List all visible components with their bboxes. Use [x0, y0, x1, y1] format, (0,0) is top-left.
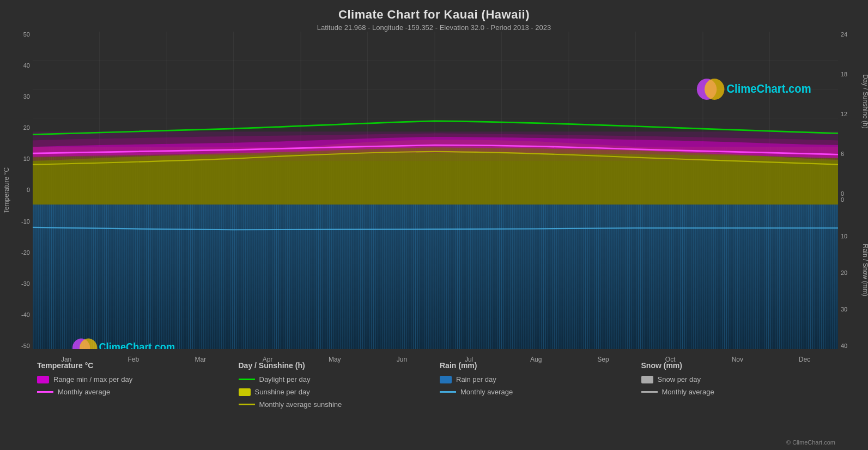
- daylight-line: [239, 379, 255, 380]
- chart-title: Climate Chart for Kauai (Hawaii): [0, 0, 868, 22]
- y-left-m50: -50: [21, 343, 30, 349]
- chart-svg: ClimeChart.com ClimeChart.com: [33, 32, 838, 349]
- y-left-m10: -10: [21, 219, 30, 225]
- chart-area: 50 40 30 20 10 0 -10 -20 -30 -40 -50 24 …: [33, 32, 838, 349]
- y-left-40: 40: [23, 63, 30, 69]
- legend-daylight-label: Daylight per day: [259, 375, 311, 383]
- legend-snow: Snow (mm) Snow per day Monthly average: [637, 355, 839, 450]
- legend-temp-avg: Monthly average: [37, 388, 230, 396]
- legend-snow-day: Snow per day: [641, 375, 834, 383]
- legend-snow-day-label: Snow per day: [658, 375, 701, 383]
- temp-avg-line: [37, 391, 53, 393]
- legend-sunshine-day-label: Sunshine per day: [255, 388, 310, 396]
- legend-temp-title: Temperature °C: [37, 361, 230, 370]
- legend-sunshine-day: Sunshine per day: [239, 388, 432, 396]
- legend-rain: Rain (mm) Rain per day Monthly average: [435, 355, 637, 450]
- page-container: Climate Chart for Kauai (Hawaii) Latitud…: [0, 0, 868, 450]
- y-left-m30: -30: [21, 281, 30, 287]
- legend-temperature: Temperature °C Range min / max per day M…: [33, 355, 234, 450]
- y-axis-left-title: Temperature °C: [3, 167, 10, 213]
- svg-rect-25: [33, 205, 838, 349]
- snow-avg-line: [641, 391, 658, 393]
- legend-rain-avg: Monthly average: [440, 388, 633, 396]
- rain-swatch: [440, 376, 452, 383]
- y-left-m40: -40: [21, 312, 30, 318]
- temp-range-swatch: [37, 376, 49, 383]
- y-left-50: 50: [23, 32, 30, 38]
- legend-temp-range-label: Range min / max per day: [53, 375, 132, 383]
- y-axis-right-title-top: Day / Sunshine (h): [861, 74, 868, 128]
- legend-rain-day: Rain per day: [440, 375, 633, 383]
- legend-rain-avg-label: Monthly average: [460, 388, 513, 396]
- legend-rain-day-label: Rain per day: [456, 375, 496, 383]
- legend-daylight: Daylight per day: [239, 375, 432, 383]
- y-left-20: 20: [23, 125, 30, 131]
- y-left-0: 0: [27, 187, 30, 193]
- chart-subtitle: Latitude 21.968 - Longitude -159.352 - E…: [0, 23, 868, 32]
- svg-point-30: [705, 79, 724, 100]
- copyright: © ClimeChart.com: [786, 439, 835, 446]
- legend-sunshine: Day / Sunshine (h) Daylight per day Suns…: [234, 355, 436, 450]
- snow-swatch: [641, 376, 653, 383]
- legend-temp-range: Range min / max per day: [37, 375, 230, 383]
- legend-sunshine-avg-label: Monthly average sunshine: [259, 400, 342, 409]
- y-axis-right-title-bottom: Rain / Snow (mm): [861, 243, 868, 296]
- y-left-m20: -20: [21, 250, 30, 256]
- legend-temp-avg-label: Monthly average: [58, 388, 110, 396]
- legend-sunshine-avg: Monthly average sunshine: [239, 400, 432, 409]
- svg-text:ClimeChart.com: ClimeChart.com: [99, 341, 175, 349]
- sunshine-avg-line: [239, 404, 255, 405]
- y-left-30: 30: [23, 94, 30, 100]
- legend-rain-title: Rain (mm): [440, 361, 633, 370]
- y-left-10: 10: [23, 156, 30, 162]
- svg-text:ClimeChart.com: ClimeChart.com: [727, 82, 811, 95]
- legend-snow-avg: Monthly average: [641, 388, 834, 396]
- legend-sunshine-title: Day / Sunshine (h): [239, 361, 432, 370]
- legend-area: Temperature °C Range min / max per day M…: [33, 355, 838, 450]
- rain-avg-line: [440, 391, 456, 393]
- legend-snow-title: Snow (mm): [641, 361, 834, 370]
- sunshine-swatch: [239, 388, 251, 396]
- legend-snow-avg-label: Monthly average: [662, 388, 714, 396]
